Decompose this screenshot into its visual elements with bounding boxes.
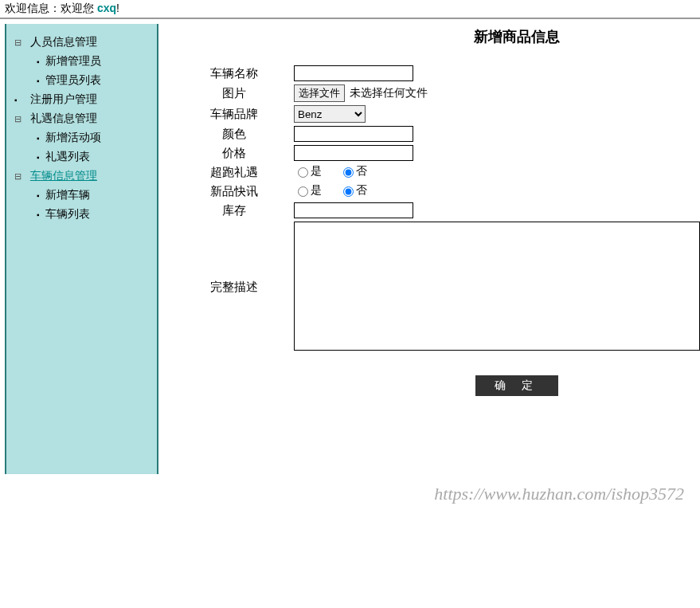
label-stock: 库存 (174, 203, 294, 218)
sidebar-group-personnel[interactable]: 人员信息管理 (14, 35, 149, 49)
select-brand[interactable]: Benz (294, 105, 366, 123)
label-image: 图片 (174, 86, 294, 101)
sidebar-item-add-vehicle[interactable]: 新增车辆 (14, 188, 149, 202)
label-brand: 车辆品牌 (174, 107, 294, 122)
sidebar: 人员信息管理 新增管理员 管理员列表 注册用户管理 礼遇信息管理 新增活动项 礼… (5, 24, 158, 474)
submit-button[interactable]: 确 定 (475, 375, 558, 396)
input-stock[interactable] (294, 202, 413, 218)
radio-super-no[interactable] (343, 167, 354, 178)
content-area: 新增商品信息 车辆名称 图片 选择文件 未选择任何文件 车辆品牌 Benz 颜色 (174, 19, 700, 474)
radio-news-no[interactable] (343, 186, 354, 197)
radio-super-yes[interactable] (298, 167, 308, 178)
sidebar-group-label[interactable]: 人员信息管理 (30, 35, 97, 48)
input-color[interactable] (294, 126, 413, 142)
username-text: cxq (97, 2, 116, 14)
input-vehicle-name[interactable] (294, 65, 413, 81)
sidebar-group-courtesy[interactable]: 礼遇信息管理 (14, 112, 149, 126)
file-status-text: 未选择任何文件 (350, 86, 428, 99)
sidebar-item-vehicle-list[interactable]: 车辆列表 (14, 207, 149, 222)
radio-news-yes-label[interactable]: 是 (294, 183, 322, 198)
radio-news-no-label[interactable]: 否 (339, 183, 367, 198)
exclaim-text: ! (116, 2, 119, 14)
label-news: 新品快讯 (174, 184, 294, 199)
label-color: 颜色 (174, 127, 294, 142)
file-choose-button[interactable]: 选择文件 (294, 84, 345, 102)
input-price[interactable] (294, 145, 413, 161)
label-price: 价格 (174, 146, 294, 161)
page-title: 新增商品信息 (174, 27, 700, 46)
label-name: 车辆名称 (174, 66, 294, 81)
header-bar: 欢迎信息：欢迎您 cxq! (0, 0, 700, 18)
label-desc: 完整描述 (174, 280, 294, 295)
radio-super-yes-label[interactable]: 是 (294, 164, 322, 178)
sidebar-group-register-user[interactable]: 注册用户管理 (14, 92, 149, 107)
watermark-text: https://www.huzhan.com/ishop3572 (0, 474, 700, 504)
sidebar-item-admin-list[interactable]: 管理员列表 (14, 73, 149, 88)
sidebar-group-vehicle[interactable]: 车辆信息管理 (14, 169, 149, 183)
welcome-text: 欢迎信息：欢迎您 (5, 2, 97, 14)
sidebar-item-add-admin[interactable]: 新增管理员 (14, 54, 149, 69)
sidebar-item-courtesy-list[interactable]: 礼遇列表 (14, 150, 149, 164)
sidebar-item-add-activity[interactable]: 新增活动项 (14, 131, 149, 145)
radio-super-no-label[interactable]: 否 (339, 164, 367, 178)
textarea-description[interactable] (294, 222, 700, 351)
radio-news-yes[interactable] (298, 186, 308, 197)
label-super: 超跑礼遇 (174, 165, 294, 180)
